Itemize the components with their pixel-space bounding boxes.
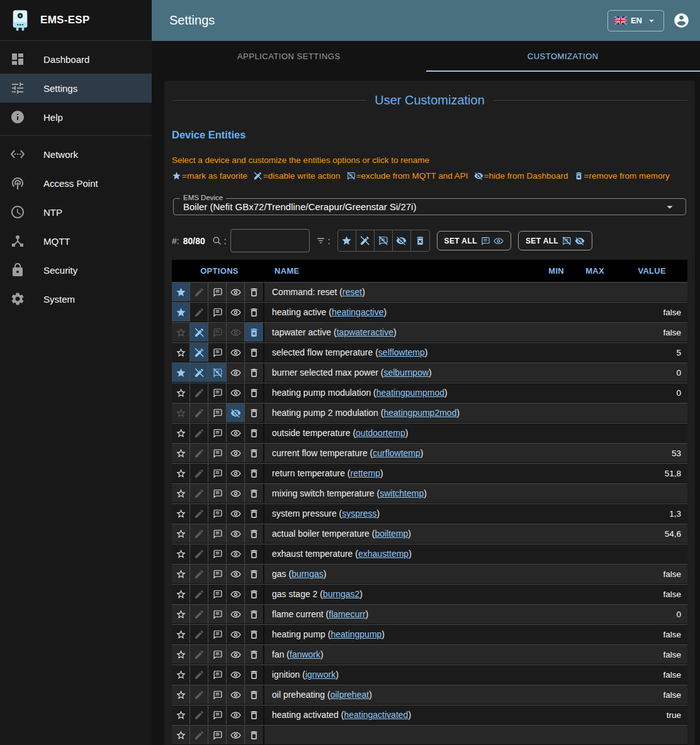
star-outline-toggle[interactable] (172, 423, 190, 442)
star-outline-toggle[interactable] (172, 685, 190, 704)
entity-id-link[interactable]: heatingpumpmod (376, 388, 444, 398)
comment-toggle[interactable] (208, 504, 227, 523)
delete-toggle[interactable] (245, 625, 263, 644)
pencil-off-toggle[interactable] (190, 323, 208, 342)
eye-toggle[interactable] (227, 484, 245, 503)
comment-toggle[interactable] (208, 585, 227, 603)
pencil-toggle[interactable] (190, 705, 208, 724)
entity-name[interactable]: heating active (heatingactive) (264, 303, 533, 322)
delete-toggle[interactable] (245, 343, 263, 362)
star-outline-toggle[interactable] (172, 605, 190, 624)
delete-toggle[interactable] (245, 303, 263, 322)
star-outline-toggle[interactable] (172, 625, 190, 644)
filter-mqtt-excluded-toggle[interactable] (375, 230, 393, 251)
account-icon[interactable] (673, 12, 690, 29)
entity-id-link[interactable]: fanwork (290, 649, 320, 659)
delete-toggle[interactable] (245, 605, 263, 624)
star-outline-toggle[interactable] (172, 645, 190, 664)
star-outline-toggle[interactable] (172, 524, 190, 543)
star-outline-toggle[interactable] (172, 383, 190, 402)
language-selector[interactable]: EN (607, 10, 664, 31)
set-all-visible-button[interactable]: SET ALL (437, 231, 511, 250)
star-outline-toggle[interactable] (172, 725, 190, 744)
pencil-toggle[interactable] (190, 423, 208, 442)
pencil-toggle[interactable] (190, 625, 208, 644)
eye-toggle[interactable] (227, 645, 245, 664)
entity-name[interactable]: tapwater active (tapwateractive) (264, 323, 533, 342)
delete-toggle[interactable] (245, 383, 263, 402)
delete-toggle[interactable] (245, 665, 263, 684)
eye-toggle[interactable] (227, 725, 245, 744)
delete-toggle[interactable] (245, 423, 263, 442)
eye-toggle[interactable] (227, 423, 245, 442)
delete-toggle[interactable] (245, 725, 263, 744)
eye-toggle[interactable] (227, 504, 245, 523)
pencil-toggle[interactable] (190, 484, 208, 503)
delete-toggle[interactable] (245, 645, 263, 664)
comment-toggle[interactable] (208, 444, 227, 462)
delete-toggle[interactable] (245, 464, 263, 483)
pencil-toggle[interactable] (190, 383, 208, 402)
star-filled-toggle[interactable] (172, 303, 190, 322)
entity-id-link[interactable]: curflowtemp (373, 448, 420, 458)
entity-id-link[interactable]: selburnpow (383, 367, 429, 378)
entity-id-link[interactable]: heatingpump (330, 629, 381, 639)
delete-toggle[interactable] (245, 504, 263, 523)
eye-toggle[interactable] (227, 585, 245, 603)
sidebar-item-access-point[interactable]: Access Point (0, 169, 152, 198)
entity-id-link[interactable]: reset (342, 287, 362, 297)
delete-forever-toggle[interactable] (245, 323, 263, 342)
entity-name[interactable]: heating pump modulation (heatingpumpmod) (264, 383, 533, 402)
pencil-off-toggle[interactable] (190, 343, 208, 362)
eye-toggle[interactable] (227, 665, 245, 684)
eye-toggle[interactable] (227, 544, 245, 563)
pencil-toggle[interactable] (190, 283, 208, 301)
entity-name[interactable]: heating pump (heatingpump) (264, 625, 533, 644)
pencil-toggle[interactable] (190, 444, 208, 462)
pencil-toggle[interactable] (190, 504, 208, 523)
entity-id-link[interactable]: burngas2 (323, 589, 359, 599)
comment-toggle[interactable] (208, 464, 227, 483)
entity-name[interactable]: flame current (flamecurr) (264, 605, 533, 624)
filter-hidden-toggle[interactable] (393, 230, 411, 251)
comment-toggle[interactable] (208, 283, 227, 301)
comment-toggle[interactable] (208, 705, 227, 724)
entity-name[interactable]: fan (fanwork) (264, 645, 533, 664)
entity-name[interactable]: burner selected max power (selburnpow) (264, 363, 533, 382)
sidebar-item-ntp[interactable]: NTP (0, 198, 152, 227)
sidebar-item-security[interactable]: Security (0, 255, 152, 284)
filter-removed-toggle[interactable] (411, 230, 429, 251)
ems-device-select[interactable]: EMS Device Boiler (Nefit GBx72/Trendline… (173, 198, 686, 215)
eye-toggle[interactable] (227, 363, 245, 382)
delete-toggle[interactable] (245, 585, 263, 603)
star-outline-toggle[interactable] (172, 564, 190, 583)
pencil-toggle[interactable] (190, 685, 208, 704)
entity-name[interactable]: gas stage 2 (burngas2) (264, 585, 533, 603)
star-outline-toggle[interactable] (172, 444, 190, 462)
star-outline-toggle[interactable] (172, 504, 190, 523)
entity-id-link[interactable]: oilpreheat (330, 690, 370, 700)
entity-id-link[interactable]: tapwateractive (337, 327, 393, 337)
entity-id-link[interactable]: rettemp (351, 468, 380, 478)
entity-id-link[interactable]: flamecurr (329, 609, 365, 619)
entity-id-link[interactable]: selflowtemp (378, 347, 425, 357)
comment-toggle[interactable] (208, 544, 227, 563)
entity-name[interactable]: mixing switch temperature (switchtemp) (264, 484, 533, 503)
comment-toggle[interactable] (208, 524, 227, 543)
entity-id-link[interactable]: burngas (291, 569, 324, 579)
star-outline-toggle[interactable] (172, 544, 190, 563)
entity-name[interactable]: oil preheating (oilpreheat) (264, 685, 533, 704)
star-outline-toggle[interactable] (172, 484, 190, 503)
delete-toggle[interactable] (245, 564, 263, 583)
pencil-toggle[interactable] (190, 564, 208, 583)
eye-toggle[interactable] (227, 605, 245, 624)
comment-toggle[interactable] (208, 343, 227, 362)
star-outline-toggle[interactable] (172, 705, 190, 724)
entity-name[interactable]: current flow temperature (curflowtemp) (264, 444, 533, 462)
eye-toggle[interactable] (227, 444, 245, 462)
entity-name[interactable]: system pressure (syspress) (264, 504, 533, 523)
entity-name[interactable]: ignition (ignwork) (264, 665, 533, 684)
comment-toggle[interactable] (208, 484, 227, 503)
set-all-hidden-button[interactable]: SET ALL (518, 231, 592, 250)
star-filled-toggle[interactable] (172, 283, 190, 301)
